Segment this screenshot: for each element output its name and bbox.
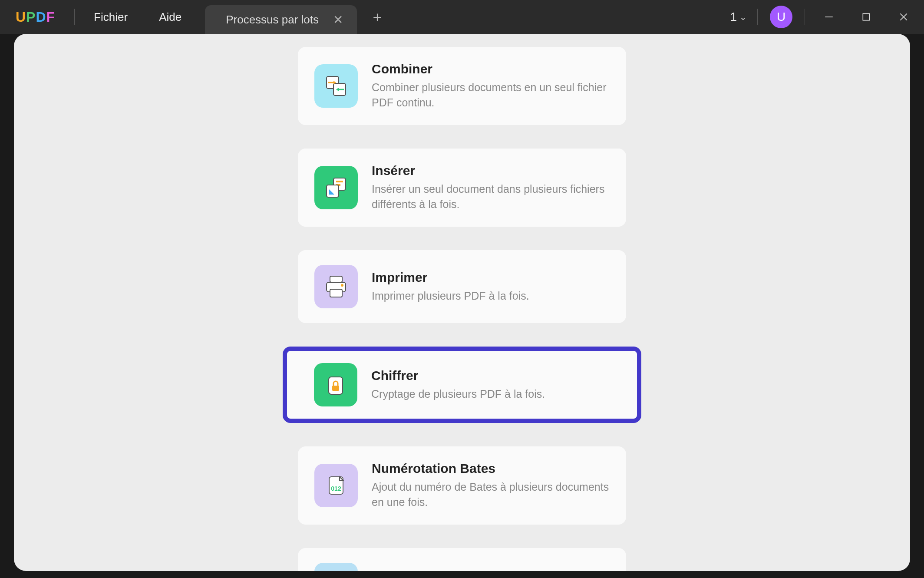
cards-list: Combiner Combiner plusieurs documents en… bbox=[14, 47, 910, 571]
divider bbox=[757, 9, 758, 25]
card-text: Chiffrer Cryptage de plusieurs PDF à la … bbox=[371, 368, 610, 402]
svg-rect-16 bbox=[330, 289, 342, 297]
svg-text:012: 012 bbox=[331, 485, 341, 492]
card-bates[interactable]: 012 Numérotation Bates Ajout du numéro d… bbox=[298, 446, 626, 525]
bates-icon: 012 bbox=[314, 464, 358, 507]
divider bbox=[74, 9, 75, 25]
avatar-letter: U bbox=[777, 10, 785, 24]
card-desc: Cryptage de plusieurs PDF à la fois. bbox=[371, 386, 610, 402]
svg-rect-9 bbox=[336, 181, 343, 182]
card-title: Numérotation Bates bbox=[372, 461, 610, 476]
card-encrypt[interactable]: Chiffrer Cryptage de plusieurs PDF à la … bbox=[283, 347, 641, 423]
content-area: Combiner Combiner plusieurs documents en… bbox=[14, 34, 910, 571]
card-text: Imprimer Imprimer plusieurs PDF à la foi… bbox=[372, 270, 610, 304]
titlebar: UPDF Fichier Aide Processus par lots ✕ ＋… bbox=[0, 0, 924, 34]
svg-point-15 bbox=[341, 284, 343, 287]
card-desc: Insérer un seul document dans plusieurs … bbox=[372, 182, 610, 212]
chevron-down-icon: ⌄ bbox=[739, 12, 747, 22]
tab-counter-dropdown[interactable]: 1 ⌄ bbox=[726, 10, 750, 24]
svg-rect-18 bbox=[332, 386, 339, 391]
svg-rect-13 bbox=[330, 276, 342, 282]
counter-value: 1 bbox=[730, 10, 737, 24]
close-icon[interactable]: ✕ bbox=[331, 13, 345, 27]
card-desc: Imprimer plusieurs PDF à la fois. bbox=[372, 288, 610, 304]
menu-file[interactable]: Fichier bbox=[78, 0, 143, 34]
tab-batch[interactable]: Processus par lots ✕ bbox=[205, 5, 357, 34]
maximize-button[interactable] bbox=[849, 4, 883, 30]
card-title: Combiner bbox=[372, 62, 610, 76]
tab-label: Processus par lots bbox=[226, 13, 319, 26]
window-controls: 1 ⌄ U bbox=[726, 4, 924, 30]
card-print[interactable]: Imprimer Imprimer plusieurs PDF à la foi… bbox=[298, 250, 626, 323]
avatar[interactable]: U bbox=[770, 6, 792, 28]
card-text: Combiner Combiner plusieurs documents en… bbox=[372, 62, 610, 110]
divider bbox=[805, 9, 805, 25]
svg-rect-11 bbox=[327, 185, 339, 197]
card-insert[interactable]: Insérer Insérer un seul document dans pl… bbox=[298, 149, 626, 227]
card-combine[interactable]: Combiner Combiner plusieurs documents en… bbox=[298, 47, 626, 125]
print-icon bbox=[314, 265, 358, 308]
close-button[interactable] bbox=[887, 4, 921, 30]
minimize-button[interactable] bbox=[812, 4, 846, 30]
card-desc: Ajout du numéro de Bates à plusieurs doc… bbox=[372, 479, 610, 510]
app-logo: UPDF bbox=[0, 9, 71, 25]
lock-icon bbox=[314, 363, 357, 406]
create-pdf-icon bbox=[314, 563, 358, 571]
card-title: Chiffrer bbox=[371, 368, 610, 383]
menu-help[interactable]: Aide bbox=[143, 0, 197, 34]
add-tab-button[interactable]: ＋ bbox=[357, 7, 398, 27]
card-title: Imprimer bbox=[372, 270, 610, 285]
card-text: Insérer Insérer un seul document dans pl… bbox=[372, 163, 610, 212]
card-create[interactable]: Créer Un PDF bbox=[298, 548, 626, 571]
card-desc: Combiner plusieurs documents en un seul … bbox=[372, 80, 610, 110]
tabs: Processus par lots ✕ ＋ bbox=[197, 0, 726, 34]
card-text: Numérotation Bates Ajout du numéro de Ba… bbox=[372, 461, 610, 510]
insert-icon bbox=[314, 166, 358, 209]
svg-rect-1 bbox=[863, 13, 869, 20]
card-title: Insérer bbox=[372, 163, 610, 178]
combine-icon bbox=[314, 64, 358, 108]
